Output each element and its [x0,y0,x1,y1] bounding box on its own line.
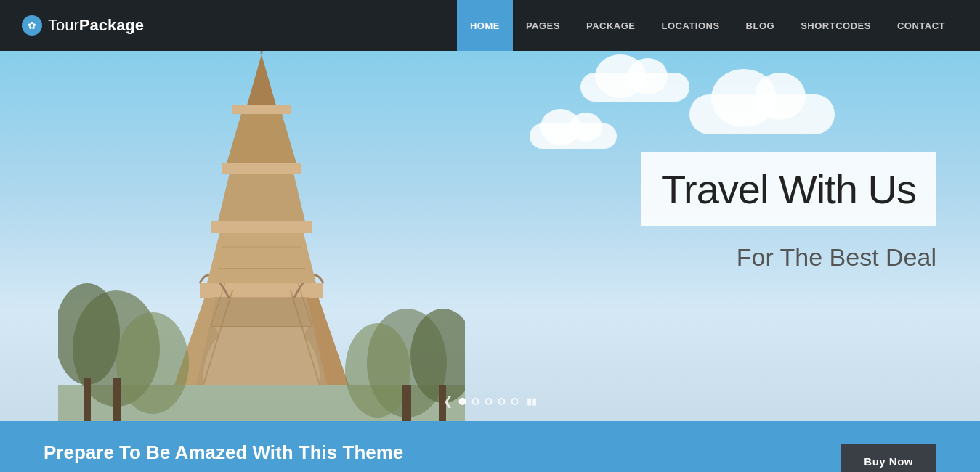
nav-item-locations[interactable]: LOCATIONS [649,0,733,51]
banner-text-block: Prepare To Be Amazed With This Theme Dui… [44,442,841,472]
svg-marker-10 [227,109,296,163]
svg-rect-11 [232,105,291,114]
svg-rect-26 [84,378,91,421]
nav-item-package[interactable]: PACKAGE [573,0,649,51]
hero-slider: Travel With Us For The Best Deal ❮ ▮▮ [0,51,980,421]
slider-dot-2[interactable] [471,398,479,405]
cloud-1 [689,94,835,134]
buy-now-button[interactable]: Buy Now [841,444,936,473]
slider-controls: ❮ ▮▮ [443,394,537,408]
svg-rect-30 [402,385,411,421]
svg-point-24 [116,312,189,414]
hero-title-box: Travel With Us [641,152,936,226]
svg-marker-12 [247,54,276,105]
svg-rect-5 [200,283,323,298]
svg-point-29 [345,323,410,418]
cloud-2 [580,73,689,102]
nav-item-pages[interactable]: PAGES [513,0,573,51]
hero-text-block: Travel With Us For The Best Deal [641,152,936,272]
slider-prev-arrow[interactable]: ❮ [443,394,453,408]
eiffel-tower [58,51,465,421]
hero-subtitle: For The Best Deal [641,243,936,272]
svg-rect-25 [113,378,121,421]
slider-dot-3[interactable] [485,398,492,405]
nav-item-contact[interactable]: CONTACT [884,0,958,51]
svg-marker-8 [218,167,305,221]
nav-item-home[interactable]: HOME [457,0,513,51]
nav-item-blog[interactable]: BLOG [733,0,788,51]
svg-rect-9 [222,163,301,174]
cloud-3 [530,123,617,149]
navbar: ✿ TourPackage HOME PAGES PACKAGE LOCATIO… [0,0,980,51]
nav-item-shortcodes[interactable]: SHORTCODES [787,0,884,51]
slider-dot-4[interactable] [498,398,505,405]
hero-title: Travel With Us [661,166,916,213]
brand-logo[interactable]: ✿ TourPackage [22,15,144,36]
slider-dot-5[interactable] [511,398,518,405]
banner-heading: Prepare To Be Amazed With This Theme [44,442,841,464]
slider-dot-1[interactable] [458,398,466,405]
bottom-banner: Prepare To Be Amazed With This Theme Dui… [0,421,980,472]
slider-pause-button[interactable]: ▮▮ [527,396,537,407]
nav-links: HOME PAGES PACKAGE LOCATIONS BLOG SHORTC… [457,0,958,51]
svg-rect-7 [211,221,312,233]
brand-name: TourPackage [48,16,144,35]
svg-marker-6 [207,225,316,283]
brand-icon: ✿ [22,15,42,36]
